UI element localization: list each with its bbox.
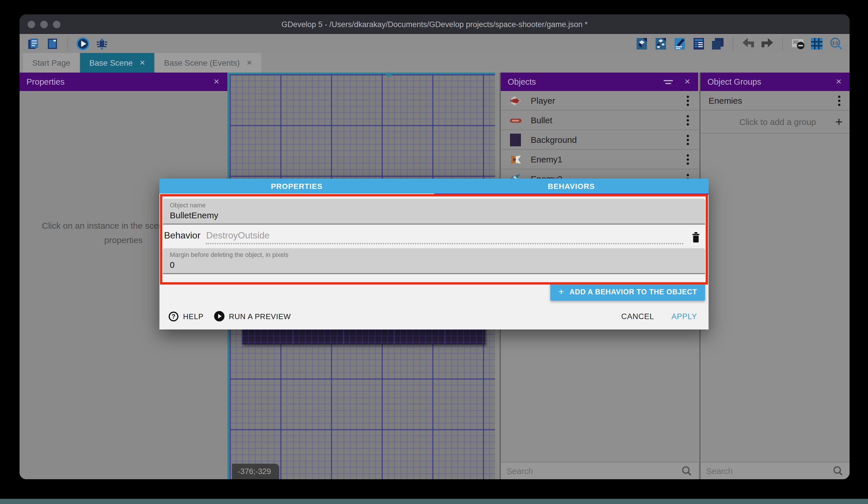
dialog-tab-indicator bbox=[159, 193, 709, 195]
apply-button[interactable]: APPLY bbox=[666, 309, 699, 324]
close-tab-icon[interactable]: × bbox=[247, 58, 252, 67]
toolbar-right: 1:1 bbox=[635, 37, 843, 50]
scene-properties-icon[interactable] bbox=[673, 37, 687, 50]
add-group-row[interactable]: Click to add a group + bbox=[701, 111, 850, 134]
dialog-tabbar: PROPERTIES BEHAVIORS bbox=[159, 179, 709, 193]
object-groups-panel: Object Groups × Enemies Click to add a g… bbox=[699, 73, 850, 479]
margin-label: Margin before deleting the object, in pi… bbox=[170, 251, 698, 258]
add-behavior-button[interactable]: + ADD A BEHAVIOR TO THE OBJECT bbox=[550, 283, 705, 301]
help-icon: ? bbox=[169, 311, 178, 321]
object-name: Enemy1 bbox=[531, 154, 675, 164]
object-name-field[interactable]: Object name BulletEnemy bbox=[163, 199, 705, 225]
objects-search[interactable]: Search bbox=[501, 462, 698, 479]
object-name: Background bbox=[531, 135, 675, 144]
close-tab-icon[interactable]: × bbox=[140, 58, 145, 67]
delete-behavior-button[interactable] bbox=[689, 230, 703, 244]
undo-icon[interactable] bbox=[741, 37, 755, 50]
svg-text:1:1: 1:1 bbox=[832, 40, 838, 45]
background-icon bbox=[509, 133, 523, 147]
help-button[interactable]: ? HELP bbox=[169, 311, 204, 321]
edit-object-icon[interactable] bbox=[635, 37, 649, 50]
screen: GDevelop 5 - /Users/dkarakay/Documents/G… bbox=[0, 0, 868, 504]
objects-panel-header: Objects × bbox=[501, 73, 698, 91]
run-preview-button[interactable]: RUN A PREVIEW bbox=[214, 311, 291, 321]
filter-icon[interactable] bbox=[664, 80, 673, 84]
tabbar: Start Page Base Scene × Base Scene (Even… bbox=[20, 53, 850, 73]
preview-play-icon[interactable] bbox=[76, 37, 90, 50]
object-row-player[interactable]: Player bbox=[501, 91, 698, 111]
redo-icon[interactable] bbox=[761, 37, 774, 50]
dialog-tab-properties[interactable]: PROPERTIES bbox=[159, 179, 434, 193]
toggle-mask-icon[interactable] bbox=[791, 37, 805, 50]
titlebar: GDevelop 5 - /Users/dkarakay/Documents/G… bbox=[20, 14, 850, 34]
help-label: HELP bbox=[183, 312, 204, 321]
close-panel-icon[interactable]: × bbox=[835, 76, 843, 88]
toolbar-divider bbox=[68, 37, 68, 50]
add-group-label: Click to add a group bbox=[707, 117, 835, 127]
margin-field[interactable]: Margin before deleting the object, in pi… bbox=[163, 248, 705, 274]
toolbar-left bbox=[27, 37, 109, 50]
grid-icon[interactable] bbox=[810, 37, 824, 50]
behavior-label: Behavior bbox=[164, 230, 200, 241]
margin-value: 0 bbox=[170, 260, 698, 270]
instances-list-icon[interactable] bbox=[692, 37, 706, 50]
tab-start-page[interactable]: Start Page bbox=[23, 53, 80, 73]
object-groups-panel-header: Object Groups × bbox=[701, 73, 850, 91]
toolbar-divider bbox=[733, 37, 733, 50]
close-panel-icon[interactable]: × bbox=[683, 76, 691, 88]
properties-panel-header: Properties × bbox=[20, 73, 227, 91]
group-row-enemies[interactable]: Enemies bbox=[701, 91, 850, 111]
object-name-label: Object name bbox=[170, 202, 698, 209]
trash-icon bbox=[691, 232, 701, 243]
behavior-name-input[interactable]: DestroyOutside bbox=[206, 230, 683, 244]
dialog-footer: ? HELP RUN A PREVIEW CANCEL APPLY bbox=[159, 303, 709, 330]
group-name: Enemies bbox=[709, 95, 827, 105]
toolbar-divider bbox=[782, 37, 783, 50]
panel-title: Object Groups bbox=[707, 77, 761, 87]
object-menu-icon[interactable] bbox=[683, 132, 692, 147]
add-behavior-label: ADD A BEHAVIOR TO THE OBJECT bbox=[570, 288, 697, 296]
object-menu-icon[interactable] bbox=[683, 113, 692, 128]
add-icon[interactable]: + bbox=[835, 114, 843, 129]
object-editor-dialog: PROPERTIES BEHAVIORS Object name BulletE… bbox=[159, 179, 709, 330]
tab-label: Start Page bbox=[32, 58, 70, 67]
bullet-icon bbox=[509, 113, 523, 127]
search-placeholder: Search bbox=[507, 466, 681, 475]
run-preview-label: RUN A PREVIEW bbox=[229, 312, 291, 321]
cancel-button[interactable]: CANCEL bbox=[616, 309, 660, 324]
object-row-enemy1[interactable]: Enemy1 bbox=[501, 150, 698, 169]
layers-icon[interactable] bbox=[711, 37, 725, 50]
object-name: Bullet bbox=[531, 115, 675, 125]
object-name: Player bbox=[531, 95, 675, 105]
dialog-tab-behaviors[interactable]: BEHAVIORS bbox=[434, 179, 709, 193]
object-menu-icon[interactable] bbox=[683, 93, 692, 108]
groups-search[interactable]: Search bbox=[701, 462, 850, 479]
zoom-reset-icon[interactable]: 1:1 bbox=[829, 37, 843, 50]
search-icon bbox=[681, 465, 692, 477]
behavior-placeholder: DestroyOutside bbox=[206, 230, 270, 241]
cursor-coordinates: -376;-329 bbox=[232, 464, 279, 479]
tab-base-scene-events[interactable]: Base Scene (Events) × bbox=[155, 53, 261, 73]
tab-base-scene[interactable]: Base Scene × bbox=[80, 53, 154, 73]
behavior-row: Behavior DestroyOutside bbox=[159, 225, 709, 244]
object-row-background[interactable]: Background bbox=[501, 130, 698, 150]
project-manager-icon[interactable] bbox=[27, 37, 40, 50]
tab-label: Base Scene (Events) bbox=[164, 58, 240, 67]
object-row-bullet[interactable]: Bullet bbox=[501, 111, 698, 130]
toolbar: 1:1 bbox=[20, 34, 850, 53]
search-icon bbox=[832, 465, 844, 477]
tab-label: Base Scene bbox=[89, 58, 133, 67]
group-menu-icon[interactable] bbox=[835, 93, 844, 108]
object-name-value: BulletEnemy bbox=[170, 210, 698, 220]
close-panel-icon[interactable]: × bbox=[213, 76, 220, 88]
edit-object-groups-icon[interactable] bbox=[654, 37, 668, 50]
panel-title: Objects bbox=[508, 77, 536, 87]
object-menu-icon[interactable] bbox=[683, 152, 692, 167]
play-icon bbox=[214, 311, 224, 321]
desktop-edge bbox=[0, 499, 868, 504]
enemy1-ship-icon bbox=[509, 152, 523, 166]
debug-icon[interactable] bbox=[95, 37, 109, 50]
player-ship-icon bbox=[509, 94, 523, 108]
scene-editor-icon[interactable] bbox=[45, 37, 59, 50]
window-title: GDevelop 5 - /Users/dkarakay/Documents/G… bbox=[20, 20, 850, 29]
